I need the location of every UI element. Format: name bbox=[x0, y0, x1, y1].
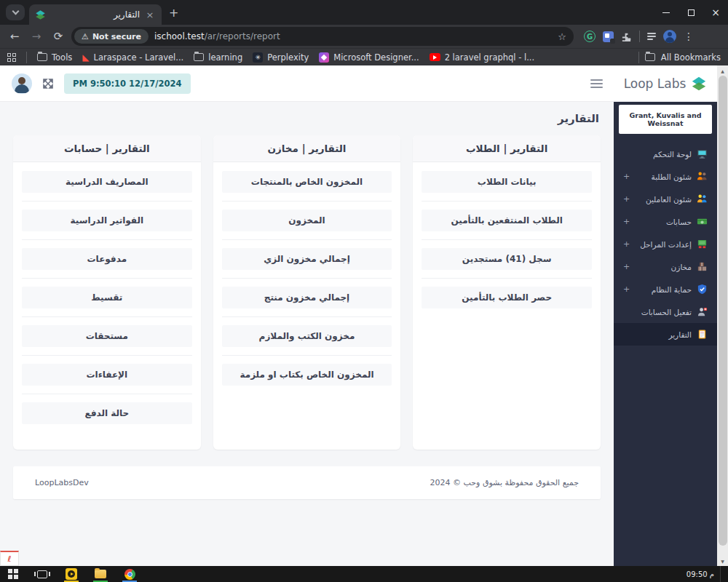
taskbar-chrome[interactable] bbox=[121, 566, 138, 582]
sidebar-item-reports[interactable]: التقارير bbox=[614, 323, 717, 346]
report-icon bbox=[697, 329, 708, 340]
divider bbox=[422, 278, 592, 279]
sidebar-toggle-button[interactable] bbox=[590, 79, 603, 88]
profile-avatar[interactable] bbox=[663, 30, 676, 43]
brand-logo[interactable]: Loop Labs bbox=[614, 65, 717, 101]
expand-icon[interactable]: + bbox=[623, 194, 630, 204]
report-link[interactable]: إجمالي مخزون الزي bbox=[222, 248, 392, 270]
report-link[interactable]: سجل (41) مستجدين bbox=[422, 248, 592, 270]
expand-icon[interactable]: + bbox=[623, 217, 630, 226]
card-title: التقارير | حسابات bbox=[13, 135, 201, 162]
security-chip[interactable]: ⚠ Not secure bbox=[74, 29, 149, 44]
expand-icon[interactable]: + bbox=[623, 262, 630, 271]
report-link[interactable]: بيانات الطلاب bbox=[422, 171, 592, 193]
report-link[interactable]: تقسيط bbox=[22, 287, 192, 308]
sidebar-item-staff[interactable]: شئون العاملين + bbox=[614, 188, 717, 210]
bookmark-laraspace[interactable]: ◣Laraspace - Laravel... bbox=[82, 52, 183, 63]
folder-icon bbox=[645, 53, 655, 61]
developer-credit: LoopLabsDev bbox=[35, 478, 89, 487]
page-footer: جميع الحقوق محفوظة بشوق وحب © 2024 LoopL… bbox=[13, 466, 601, 499]
report-link[interactable]: الإعفاءات bbox=[22, 364, 192, 386]
minimize-icon bbox=[662, 12, 670, 13]
file-explorer-icon bbox=[95, 570, 106, 578]
grammarly-icon[interactable]: G bbox=[584, 31, 596, 42]
back-button[interactable]: ← bbox=[6, 30, 23, 43]
new-tab-button[interactable]: + bbox=[169, 6, 178, 20]
looplabs-logo-icon bbox=[691, 76, 707, 92]
designer-icon bbox=[319, 52, 329, 63]
divider bbox=[22, 239, 192, 240]
sidebar-item-students[interactable]: شئون الطلبة + bbox=[614, 165, 717, 188]
report-link[interactable]: إجمالي مخزون منتج bbox=[222, 287, 392, 308]
report-link[interactable]: المخزون الخاص بالمنتجات bbox=[222, 171, 392, 193]
forward-button[interactable]: → bbox=[28, 30, 45, 43]
report-link[interactable]: مخزون الكتب والملازم bbox=[222, 325, 392, 347]
sidebar-item-accounts[interactable]: حسابات + bbox=[614, 210, 717, 233]
apps-grid-icon[interactable] bbox=[7, 53, 16, 62]
card-title: التقارير | الطلاب bbox=[413, 135, 601, 162]
bookmark-tools[interactable]: Tools bbox=[37, 52, 72, 63]
address-bar[interactable]: ⚠ Not secure ischool.test/ar/reports/rep… bbox=[71, 27, 574, 46]
bookmark-perplexity[interactable]: ✳Perplexity bbox=[253, 52, 309, 63]
taskbar-clock[interactable]: 09:50 م bbox=[687, 566, 721, 582]
scroll-up-icon[interactable]: ▲ bbox=[717, 65, 728, 76]
task-view-button[interactable] bbox=[33, 566, 51, 582]
bookmark-learning[interactable]: learning bbox=[194, 52, 242, 63]
menu-dots-icon[interactable]: ⋮ bbox=[684, 31, 694, 42]
windows-taskbar: 09:50 م bbox=[0, 566, 728, 582]
report-link[interactable]: مستحقات bbox=[22, 325, 192, 347]
extension-icon[interactable] bbox=[603, 31, 614, 42]
expand-icon[interactable]: + bbox=[623, 239, 630, 249]
sidebar-item-dashboard[interactable]: لوحة التحكم bbox=[614, 143, 717, 165]
reading-list-icon[interactable] bbox=[647, 33, 656, 40]
fullscreen-icon[interactable] bbox=[42, 78, 54, 89]
bookmark-youtube[interactable]: 2 laravel graphql - l... bbox=[430, 52, 535, 63]
tab-title: التقارير bbox=[114, 9, 140, 20]
report-link[interactable]: حالة الدفع bbox=[22, 402, 192, 424]
close-window-button[interactable]: × bbox=[703, 0, 728, 25]
taskbar-file-explorer[interactable] bbox=[92, 566, 109, 582]
scrollbar-thumb[interactable] bbox=[719, 76, 727, 546]
bookmark-designer[interactable]: Microsoft Designer... bbox=[319, 52, 419, 63]
divider bbox=[222, 239, 392, 240]
tab-close-icon[interactable]: × bbox=[144, 9, 156, 20]
card-accounts-reports: التقارير | حسابات المصاريف الدراسية الفو… bbox=[13, 135, 201, 450]
scroll-down-icon[interactable]: ▼ bbox=[717, 556, 728, 566]
url-text: ischool.test/ar/reports/report bbox=[154, 31, 280, 41]
divider bbox=[422, 239, 592, 240]
chevron-down-icon bbox=[12, 8, 19, 15]
all-bookmarks-button[interactable]: All Bookmarks bbox=[638, 52, 721, 63]
expand-icon[interactable]: + bbox=[623, 172, 630, 181]
sidebar-item-stages[interactable]: إعدادت المراحل + bbox=[614, 233, 717, 255]
report-link[interactable]: المصاريف الدراسية bbox=[22, 171, 192, 193]
maximize-button[interactable] bbox=[678, 0, 703, 25]
security-label: Not secure bbox=[92, 32, 141, 41]
user-avatar[interactable] bbox=[12, 73, 32, 94]
report-link[interactable]: الطلاب المنتفعين بالتأمين bbox=[422, 210, 592, 231]
browser-tab-active[interactable]: التقارير × bbox=[29, 4, 162, 25]
sidebar-item-warehouses[interactable]: مخازن + bbox=[614, 255, 717, 278]
tab-search-button[interactable] bbox=[6, 4, 25, 20]
sidebar-item-account-activation[interactable]: تفعيل الحسابات bbox=[614, 300, 717, 323]
shield-icon bbox=[697, 284, 708, 295]
report-link[interactable]: مدفوعات bbox=[22, 248, 192, 270]
sidebar-item-system-protection[interactable]: حماية النظام + bbox=[614, 278, 717, 300]
report-link[interactable]: المخزون bbox=[222, 210, 392, 231]
report-link[interactable]: المخزون الخاص بكتاب او ملزمة bbox=[222, 364, 392, 386]
minimize-button[interactable] bbox=[654, 0, 678, 25]
reload-button[interactable]: ⟳ bbox=[50, 30, 67, 43]
laravel-debugbar-toggle[interactable]: ℓ bbox=[0, 551, 19, 566]
extensions-puzzle-icon[interactable] bbox=[621, 31, 632, 42]
windows-logo-icon bbox=[8, 569, 18, 579]
datetime-badge: PM 9:50:10 12/17/2024 bbox=[64, 73, 191, 94]
start-button[interactable] bbox=[4, 566, 22, 582]
taskbar-media-app[interactable] bbox=[63, 566, 80, 582]
report-link[interactable]: الفواتير الدراسية bbox=[22, 210, 192, 231]
warehouse-icon bbox=[697, 261, 708, 272]
students-icon bbox=[697, 171, 708, 182]
report-link[interactable]: حصر الطلاب بالتأمين bbox=[422, 287, 592, 308]
expand-icon[interactable]: + bbox=[623, 284, 630, 294]
browser-scrollbar[interactable]: ▲ ▼ bbox=[717, 65, 728, 566]
bookmark-star-icon[interactable]: ☆ bbox=[558, 31, 566, 42]
stages-icon bbox=[697, 239, 708, 250]
